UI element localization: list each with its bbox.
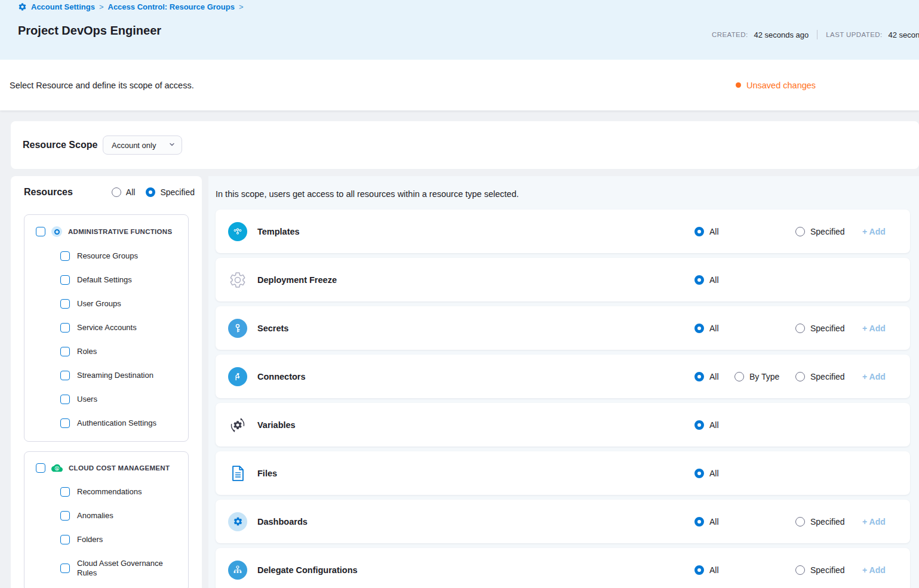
resource-checkbox-item[interactable]: Authentication Settings	[60, 418, 180, 428]
option-all-radio[interactable]: All	[694, 420, 719, 430]
item-label: Anomalies	[77, 511, 113, 521]
row-title-area: Secrets	[228, 318, 288, 338]
item-checkbox[interactable]	[60, 535, 70, 544]
last-updated-label: LAST UPDATED:	[826, 31, 882, 38]
option-all-radio[interactable]: All	[694, 517, 719, 527]
option-label: All	[709, 227, 719, 236]
add-link[interactable]: + Add	[862, 372, 886, 381]
resources-title: Resources	[24, 187, 73, 198]
option-label: All	[709, 517, 719, 527]
item-checkbox[interactable]	[60, 564, 70, 573]
breadcrumb-account-settings[interactable]: Account Settings	[31, 2, 95, 11]
main-content: In this scope, users get access to all r…	[208, 176, 919, 588]
item-checkbox[interactable]	[60, 395, 70, 404]
item-checkbox[interactable]	[60, 275, 70, 285]
option-specified-radio[interactable]: Specified	[795, 372, 845, 381]
resource-checkbox-item[interactable]: Recommendations	[60, 487, 180, 497]
files-icon	[228, 463, 248, 484]
resource-row-label: Variables	[257, 420, 296, 430]
breadcrumb-access-control[interactable]: Access Control: Resource Groups	[108, 2, 235, 11]
cloud-dollar-icon: $	[51, 463, 63, 473]
item-checkbox[interactable]	[60, 418, 70, 428]
resource-rows: TemplatesAllSpecified+ AddDeployment Fre…	[216, 210, 910, 588]
option-specified-radio[interactable]: Specified	[795, 324, 845, 333]
breadcrumb-separator: >	[99, 2, 104, 11]
scope-description: In this scope, users get access to all r…	[216, 189, 519, 199]
resource-checkbox-item[interactable]: Resource Groups	[60, 251, 180, 261]
resource-row-label: Templates	[257, 227, 300, 236]
radio-icon	[694, 324, 704, 333]
resource-checkbox-item[interactable]: Folders	[60, 535, 180, 544]
resource-row-label: Deployment Freeze	[257, 275, 337, 285]
resource-row: Deployment FreezeAll	[216, 258, 910, 301]
resources-all-radio[interactable]: All	[112, 187, 136, 197]
group-checkbox[interactable]	[36, 227, 45, 236]
option-specified-radio[interactable]: Specified	[795, 565, 845, 575]
row-title-area: Variables	[228, 415, 296, 435]
option-all-radio[interactable]: All	[694, 469, 719, 478]
unsaved-dot-icon	[736, 82, 741, 88]
option-label: All	[709, 275, 719, 285]
variables-icon	[228, 415, 248, 435]
resource-checkbox-item[interactable]: Users	[60, 395, 180, 404]
add-link[interactable]: + Add	[862, 324, 886, 333]
resource-row: TemplatesAllSpecified+ Add	[216, 210, 910, 253]
item-checkbox[interactable]	[60, 299, 70, 309]
resources-sidebar: Resources All Specified ADMINISTRATIVE F…	[11, 176, 202, 588]
option-all-radio[interactable]: All	[694, 372, 719, 381]
resource-checkbox-item[interactable]: Streaming Destination	[60, 371, 180, 380]
option-by-type-radio[interactable]: By Type	[734, 372, 779, 381]
resource-checkbox-item[interactable]: Cloud Asset Governance Rules	[60, 559, 180, 578]
resource-checkbox-item[interactable]: Anomalies	[60, 511, 180, 521]
dashboards-icon	[228, 512, 248, 532]
radio-icon	[694, 565, 704, 575]
radio-icon	[694, 517, 704, 527]
option-all-radio[interactable]: All	[694, 324, 719, 333]
option-all-radio[interactable]: All	[694, 565, 719, 575]
option-specified-radio[interactable]: Specified	[795, 227, 845, 236]
radio-icon	[795, 517, 805, 527]
resources-specified-radio[interactable]: Specified	[146, 187, 195, 197]
templates-icon	[228, 221, 248, 242]
unsaved-changes-indicator: Unsaved changes	[736, 81, 816, 90]
group-label: CLOUD COST MANAGEMENT	[69, 464, 170, 472]
item-checkbox[interactable]	[60, 371, 70, 380]
option-label: Specified	[810, 517, 845, 527]
resources-sidebar-header: Resources All Specified	[24, 187, 195, 198]
option-all-radio[interactable]: All	[694, 227, 719, 236]
item-checkbox[interactable]	[60, 251, 70, 261]
delegate-configurations-icon	[228, 560, 248, 580]
radio-icon	[795, 227, 805, 236]
option-label: All	[709, 324, 719, 333]
resource-checkbox-item[interactable]: Default Settings	[60, 275, 180, 285]
resource-scope-label: Resource Scope	[23, 140, 97, 150]
option-all-radio[interactable]: All	[694, 275, 719, 285]
item-checkbox[interactable]	[60, 323, 70, 333]
resource-type-group: $CLOUD COST MANAGEMENTRecommendationsAno…	[24, 451, 189, 588]
group-header: ADMINISTRATIVE FUNCTIONS	[36, 226, 180, 237]
unsaved-changes-label: Unsaved changes	[746, 81, 816, 90]
resource-scope-dropdown[interactable]: Account only	[103, 136, 182, 155]
item-checkbox[interactable]	[60, 347, 70, 356]
radio-icon	[112, 187, 121, 197]
radio-icon	[694, 420, 704, 430]
resource-scope-selected-value: Account only	[112, 141, 156, 150]
resource-checkbox-item[interactable]: User Groups	[60, 299, 180, 309]
resource-row-label: Files	[257, 469, 277, 478]
resource-checkbox-item[interactable]: Service Accounts	[60, 323, 180, 333]
item-checkbox[interactable]	[60, 487, 70, 497]
row-title-area: Connectors	[228, 367, 306, 387]
option-specified-radio[interactable]: Specified	[795, 517, 845, 527]
resource-checkbox-item[interactable]: Roles	[60, 347, 180, 356]
connectors-icon	[228, 367, 248, 387]
add-link[interactable]: + Add	[862, 227, 886, 236]
add-link[interactable]: + Add	[862, 517, 886, 527]
row-title-area: Deployment Freeze	[228, 270, 337, 290]
resource-row: ConnectorsAllBy TypeSpecified+ Add	[216, 355, 910, 398]
radio-icon	[795, 372, 805, 381]
option-label: All	[709, 469, 719, 478]
add-link[interactable]: + Add	[862, 565, 886, 575]
item-checkbox[interactable]	[60, 511, 70, 521]
group-checkbox[interactable]	[36, 463, 45, 473]
radio-icon	[795, 324, 805, 333]
